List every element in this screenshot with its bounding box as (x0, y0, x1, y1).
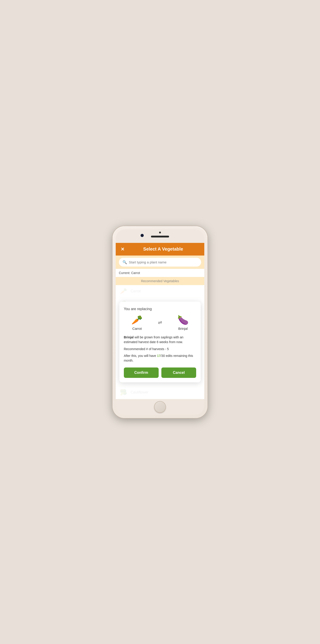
edits-highlight: 17 (157, 354, 161, 358)
phone-top-bar (116, 229, 204, 243)
search-input[interactable] (129, 260, 197, 264)
modal-buttons: Confirm Cancel (124, 368, 196, 378)
from-veg-emoji: 🥕 (131, 315, 143, 325)
to-veg: 🍆 Brinjal (177, 315, 189, 330)
modal-description-bold: Brinjal (124, 336, 134, 339)
close-button[interactable]: ✕ (119, 246, 126, 252)
recommended-header: Recommended Vegetables (116, 277, 204, 285)
replacing-label: You are replacing (124, 307, 196, 311)
list-and-modal-area: 🥕 Carrot 🥬 Spinach 🥦 Cauliflower 🥕 Carro… (116, 285, 204, 399)
page-title: Select A Vegetable (126, 246, 201, 252)
search-bar-container: 🔍 (119, 258, 201, 266)
screen: ✕ Select A Vegetable 🔍 Current: Carrot R… (116, 243, 204, 399)
confirm-button[interactable]: Confirm (124, 368, 159, 378)
app-header: ✕ Select A Vegetable (116, 243, 204, 256)
from-veg: 🥕 Carrot (131, 315, 143, 330)
phone-speaker (151, 236, 169, 238)
modal-overlay: You are replacing 🥕 Carrot ⇌ 🍆 Brinjal (116, 285, 204, 399)
search-icon: 🔍 (123, 260, 127, 264)
swap-row: 🥕 Carrot ⇌ 🍆 Brinjal (124, 315, 196, 330)
phone-bottom (116, 399, 204, 415)
from-veg-name: Carrot (132, 327, 142, 330)
search-area: 🔍 (116, 256, 204, 269)
modal-harvests: Recommended # of harvests - 5 (124, 347, 196, 351)
to-veg-name: Brinjal (178, 327, 188, 330)
modal-description: Brinjal will be grown from saplings with… (124, 335, 196, 344)
phone-inner: ✕ Select A Vegetable 🔍 Current: Carrot R… (116, 229, 204, 415)
current-selection-label: Current: Carrot (116, 269, 204, 277)
edits-prefix: After this, you will have (124, 354, 157, 358)
cancel-button[interactable]: Cancel (161, 368, 196, 378)
home-button[interactable] (154, 401, 166, 413)
swap-arrow-icon: ⇌ (158, 320, 162, 326)
to-veg-emoji: 🍆 (177, 315, 189, 325)
confirm-modal: You are replacing 🥕 Carrot ⇌ 🍆 Brinjal (119, 302, 201, 382)
modal-edits: After this, you will have 17/30 edits re… (124, 354, 196, 363)
phone-frame: ✕ Select A Vegetable 🔍 Current: Carrot R… (113, 226, 207, 418)
phone-dot (159, 232, 161, 234)
phone-camera (141, 234, 144, 237)
